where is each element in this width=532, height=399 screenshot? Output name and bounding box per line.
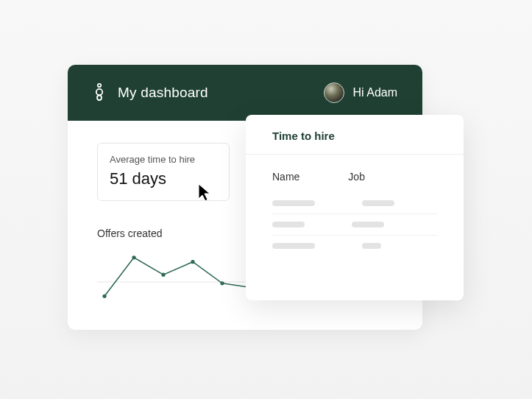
header-right[interactable]: Hi Adam	[324, 82, 397, 103]
placeholder-job	[362, 200, 394, 206]
svg-point-4	[132, 255, 135, 259]
svg-point-5	[161, 273, 165, 277]
panel-header: Time to hire	[246, 115, 464, 155]
panel-title: Time to hire	[272, 130, 437, 142]
table-row[interactable]	[272, 236, 437, 256]
column-name: Name	[272, 171, 299, 183]
header-left: My dashboard	[93, 82, 208, 104]
placeholder-name	[272, 222, 305, 227]
svg-point-6	[191, 260, 194, 264]
time-to-hire-panel: Time to hire Name Job	[246, 115, 464, 300]
logo-icon	[93, 82, 106, 104]
svg-point-0	[98, 84, 101, 87]
user-greeting: Hi Adam	[353, 86, 397, 99]
avatar[interactable]	[324, 82, 344, 103]
stat-label: Average time to hire	[110, 154, 217, 165]
placeholder-job	[362, 243, 381, 249]
column-job: Job	[348, 171, 365, 183]
stat-time-to-hire[interactable]: Average time to hire 51 days	[97, 143, 230, 201]
table-row[interactable]	[272, 193, 437, 214]
svg-point-7	[220, 281, 224, 285]
panel-columns: Name Job	[272, 171, 437, 183]
placeholder-name	[272, 243, 315, 249]
dashboard-header: My dashboard Hi Adam	[68, 65, 422, 121]
stat-value: 51 days	[110, 169, 217, 188]
panel-body: Name Job	[246, 155, 464, 272]
svg-point-1	[96, 89, 102, 95]
svg-point-3	[102, 294, 106, 298]
placeholder-name	[272, 200, 315, 206]
page-title: My dashboard	[118, 85, 208, 101]
placeholder-job	[352, 222, 384, 227]
table-row[interactable]	[272, 214, 437, 236]
